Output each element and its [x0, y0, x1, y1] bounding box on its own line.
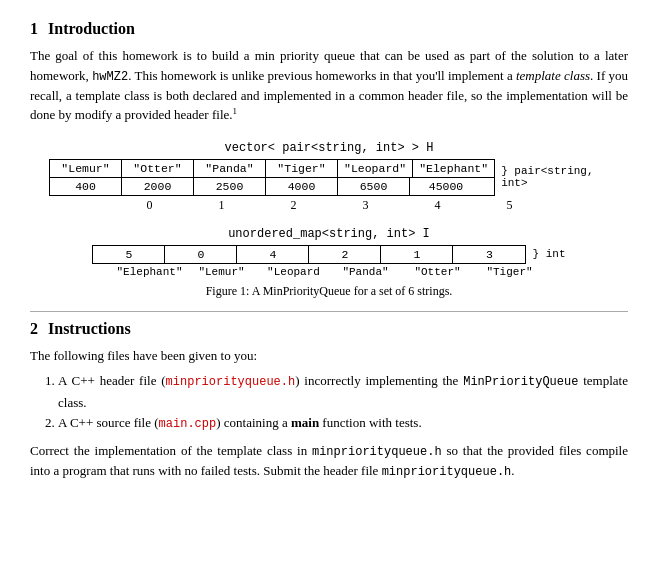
section1-para1: The goal of this homework is to build a …	[30, 46, 628, 125]
umap-cell-3: 2	[309, 246, 381, 263]
section2-heading: 2 Instructions	[30, 320, 628, 338]
vec-idx-5: 5	[474, 198, 546, 213]
umap-lbl-5: "Tiger"	[474, 266, 546, 278]
section1-heading: 1 Introduction	[30, 20, 628, 38]
umap-lbl-4: "Otter"	[402, 266, 474, 278]
vector-index-row: 0 1 2 3 4 5	[112, 198, 547, 213]
unordered-label-row: "Elephant" "Lemur" "Leopard "Panda" "Ott…	[112, 266, 547, 278]
vec-idx-1: 1	[186, 198, 258, 213]
unordered-title: unordered_map<string, int> I	[49, 227, 609, 241]
vec-idx-4: 4	[402, 198, 474, 213]
umap-lbl-1: "Lemur"	[186, 266, 258, 278]
umap-cell-5: 3	[453, 246, 525, 263]
section1-num: 1	[30, 20, 38, 37]
vec-idx-0: 0	[114, 198, 186, 213]
vec-cell-1-top: "Otter"	[122, 160, 194, 178]
umap-lbl-0: "Elephant"	[114, 266, 186, 278]
minpq-h-code: minpriorityqueue.h	[166, 375, 296, 389]
vec-cell-4-top: "Leopard"	[338, 160, 413, 178]
vec-idx-2: 2	[258, 198, 330, 213]
section2-title: Instructions	[48, 320, 131, 337]
vector-title: vector< pair<string, int> > H	[49, 141, 609, 155]
section2-num: 2	[30, 320, 38, 337]
umap-cell-0: 5	[93, 246, 165, 263]
vector-top-row: "Lemur" "Otter" "Panda" "Tiger" "Leopard…	[50, 160, 494, 178]
section-instructions: 2 Instructions The following files have …	[30, 311, 628, 481]
vec-cell-3-bot: 4000	[266, 178, 338, 195]
vec-cell-5-top: "Elephant"	[413, 160, 494, 178]
vec-cell-0-bot: 400	[50, 178, 122, 195]
section2-closing: Correct the implementation of the templa…	[30, 441, 628, 481]
vec-cell-2-top: "Panda"	[194, 160, 266, 178]
umap-cell-2: 4	[237, 246, 309, 263]
minpq-h-submit: minpriorityqueue.h	[382, 465, 512, 479]
figure-caption: Figure 1: A MinPriorityQueue for a set o…	[49, 284, 609, 299]
vec-cell-0-top: "Lemur"	[50, 160, 122, 178]
figure-area: vector< pair<string, int> > H "Lemur" "O…	[49, 141, 609, 299]
vec-cell-3-top: "Tiger"	[266, 160, 338, 178]
instruction-item-1: A C++ header file (minpriorityqueue.h) i…	[58, 371, 628, 413]
main-cpp-code: main.cpp	[159, 417, 217, 431]
instruction-item-2: A C++ source file (main.cpp) containing …	[58, 413, 628, 434]
main-bold: main	[291, 415, 319, 430]
vector-bottom-row: 400 2000 2500 4000 6500 45000	[50, 178, 494, 195]
umap-cell-1: 0	[165, 246, 237, 263]
vec-cell-5-bot: 45000	[410, 178, 482, 195]
vector-table-wrap: "Lemur" "Otter" "Panda" "Tiger" "Leopard…	[49, 159, 609, 196]
instructions-list: A C++ header file (minpriorityqueue.h) i…	[58, 371, 628, 434]
section-introduction: 1 Introduction The goal of this homework…	[30, 20, 628, 125]
hwmz2-code: hwMZ2	[92, 70, 128, 84]
vec-cell-2-bot: 2500	[194, 178, 266, 195]
vector-label: } pair<string, int>	[501, 165, 609, 189]
unordered-label: } int	[532, 248, 565, 260]
vector-table: "Lemur" "Otter" "Panda" "Tiger" "Leopard…	[49, 159, 495, 196]
vec-cell-1-bot: 2000	[122, 178, 194, 195]
section-divider	[30, 311, 628, 312]
footnote-1: 1	[233, 106, 238, 116]
umap-cell-4: 1	[381, 246, 453, 263]
section1-title: Introduction	[48, 20, 135, 37]
unordered-table-wrap: 5 0 4 2 1 3 } int	[49, 245, 609, 264]
minpq-class-code: MinPriorityQueue	[463, 375, 578, 389]
minpq-h-inline: minpriorityqueue.h	[312, 445, 442, 459]
unordered-table: 5 0 4 2 1 3	[92, 245, 526, 264]
vec-idx-3: 3	[330, 198, 402, 213]
section2-intro: The following files have been given to y…	[30, 346, 628, 366]
umap-lbl-2: "Leopard	[258, 266, 330, 278]
vec-cell-4-bot: 6500	[338, 178, 410, 195]
unordered-cells-row: 5 0 4 2 1 3	[93, 246, 525, 263]
template-class-italic: template class	[516, 68, 590, 83]
umap-lbl-3: "Panda"	[330, 266, 402, 278]
